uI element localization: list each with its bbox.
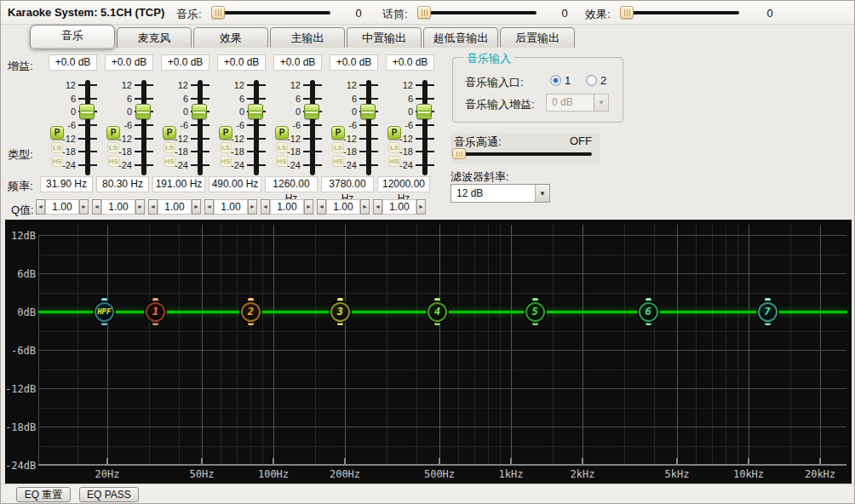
- channel-2-gain-display[interactable]: +0.0 dB: [105, 54, 153, 71]
- channel-4-p-button[interactable]: P: [219, 126, 232, 140]
- channel-1-q-decrease-button[interactable]: ◄: [36, 199, 45, 215]
- channel-1-hs-button[interactable]: HS: [51, 156, 63, 167]
- channel-4-fader-track[interactable]: [254, 80, 259, 175]
- channel-5-q-value[interactable]: 1.00: [270, 199, 304, 215]
- channel-2-ls-button[interactable]: LS: [107, 142, 119, 153]
- topbar-effect-slider[interactable]: [622, 11, 739, 14]
- channel-7-fader-thumb[interactable]: [416, 104, 432, 119]
- eq-point-4[interactable]: 4: [428, 302, 447, 322]
- channel-6-gain-display[interactable]: +0.0 dB: [330, 54, 378, 71]
- channel-7-gain-display[interactable]: +0.0 dB: [386, 54, 434, 71]
- topbar-mic-slider-thumb[interactable]: [417, 6, 431, 19]
- channel-5-fader-track[interactable]: [310, 80, 315, 175]
- eq-point-3[interactable]: 3: [330, 302, 350, 322]
- eq-point-5-lower-handle[interactable]: [532, 322, 538, 325]
- eq-point-4-lower-handle[interactable]: [434, 322, 440, 325]
- channel-3-fader-thumb[interactable]: [192, 104, 207, 119]
- tab-microphone[interactable]: 麦克风: [117, 27, 192, 48]
- channel-4-freq-display[interactable]: 490.00 Hz: [209, 176, 261, 192]
- eq-point-7-lower-handle[interactable]: [765, 322, 771, 325]
- channel-2-fader-track[interactable]: [141, 80, 146, 175]
- eq-point-2-lower-handle[interactable]: [248, 322, 254, 325]
- channel-5-freq-display[interactable]: 1260.00 Hz: [265, 176, 318, 192]
- eq-point-2[interactable]: 2: [241, 302, 261, 322]
- input-port-radio-2[interactable]: [586, 75, 597, 86]
- channel-6-q-increase-button[interactable]: ►: [360, 199, 370, 215]
- eq-point-6[interactable]: 6: [639, 302, 658, 322]
- input-gain-dropdown[interactable]: 0 dB ▼: [546, 94, 609, 112]
- channel-3-q-value[interactable]: 1.00: [158, 199, 192, 215]
- eq-point-7[interactable]: 7: [758, 302, 778, 322]
- eq-point-7-upper-handle[interactable]: [765, 298, 771, 301]
- eq-point-hpf[interactable]: HPF: [95, 302, 114, 322]
- channel-3-ls-button[interactable]: LS: [164, 142, 175, 153]
- channel-7-freq-display[interactable]: 12000.00 Hz: [377, 176, 430, 192]
- channel-6-q-value[interactable]: 1.00: [326, 199, 360, 215]
- tab-main-output[interactable]: 主输出: [270, 27, 345, 48]
- channel-6-fader-track[interactable]: [366, 80, 371, 175]
- channel-4-hs-button[interactable]: HS: [220, 156, 232, 167]
- tab-center-output[interactable]: 中置输出: [347, 27, 422, 48]
- channel-5-gain-display[interactable]: +0.0 dB: [273, 54, 322, 71]
- channel-1-q-value[interactable]: 1.00: [45, 199, 79, 215]
- eq-point-3-lower-handle[interactable]: [337, 322, 343, 325]
- topbar-mic-slider[interactable]: [419, 11, 537, 14]
- channel-2-hs-button[interactable]: HS: [107, 156, 119, 167]
- tab-effect[interactable]: 效果: [193, 27, 268, 48]
- channel-6-fader-thumb[interactable]: [360, 104, 376, 119]
- channel-4-q-value[interactable]: 1.00: [214, 199, 248, 215]
- channel-2-p-button[interactable]: P: [106, 126, 120, 140]
- channel-7-ls-button[interactable]: LS: [388, 142, 400, 153]
- channel-5-q-decrease-button[interactable]: ◄: [261, 199, 270, 215]
- channel-3-p-button[interactable]: P: [163, 126, 176, 140]
- channel-6-freq-display[interactable]: 3780.00 Hz: [321, 176, 374, 192]
- input-port-radio-1[interactable]: [550, 75, 561, 86]
- eq-point-4-upper-handle[interactable]: [434, 298, 440, 301]
- channel-3-q-increase-button[interactable]: ►: [192, 199, 201, 215]
- channel-4-q-decrease-button[interactable]: ◄: [204, 199, 214, 215]
- channel-5-ls-button[interactable]: LS: [276, 142, 288, 153]
- channel-6-hs-button[interactable]: HS: [332, 156, 344, 167]
- eq-point-5[interactable]: 5: [525, 302, 545, 322]
- channel-2-q-value[interactable]: 1.00: [101, 199, 135, 215]
- channel-1-q-increase-button[interactable]: ►: [79, 199, 89, 215]
- channel-5-q-increase-button[interactable]: ►: [304, 199, 313, 215]
- channel-1-gain-display[interactable]: +0.0 dB: [49, 54, 97, 71]
- eq-point-hpf-upper-handle[interactable]: [101, 298, 107, 301]
- channel-7-p-button[interactable]: P: [387, 126, 401, 140]
- channel-1-ls-button[interactable]: LS: [51, 142, 63, 153]
- channel-1-freq-display[interactable]: 31.90 Hz: [40, 176, 93, 192]
- channel-4-q-increase-button[interactable]: ►: [248, 199, 257, 215]
- topbar-effect-slider-thumb[interactable]: [620, 6, 634, 19]
- eq-graph[interactable]: 20Hz50Hz100Hz200Hz500Hz1kHz2kHz5kHz10kHz…: [5, 220, 852, 484]
- channel-7-q-increase-button[interactable]: ►: [416, 199, 426, 215]
- channel-5-fader-thumb[interactable]: [304, 104, 319, 119]
- channel-3-q-decrease-button[interactable]: ◄: [148, 199, 158, 215]
- channel-4-gain-display[interactable]: +0.0 dB: [217, 54, 266, 71]
- channel-1-p-button[interactable]: P: [50, 126, 64, 140]
- channel-3-fader-track[interactable]: [198, 80, 203, 175]
- eq-point-1[interactable]: 1: [146, 302, 165, 322]
- channel-2-freq-display[interactable]: 80.30 Hz: [96, 176, 149, 192]
- highpass-slider-thumb[interactable]: [452, 148, 466, 159]
- eq-point-6-lower-handle[interactable]: [646, 322, 651, 325]
- eq-point-1-upper-handle[interactable]: [152, 298, 158, 301]
- channel-4-fader-thumb[interactable]: [248, 104, 263, 119]
- channel-1-fader-track[interactable]: [85, 80, 90, 175]
- channel-3-freq-display[interactable]: 191.00 Hz: [152, 176, 205, 192]
- channel-7-q-decrease-button[interactable]: ◄: [373, 199, 382, 215]
- tab-subwoofer-output[interactable]: 超低音输出: [423, 27, 498, 48]
- channel-2-q-decrease-button[interactable]: ◄: [92, 199, 101, 215]
- eq-point-hpf-lower-handle[interactable]: [101, 322, 107, 325]
- eq-pass-button[interactable]: EQ PASS: [79, 487, 139, 502]
- eq-reset-button[interactable]: EQ 重置: [16, 487, 71, 502]
- tab-rear-output[interactable]: 后置输出: [500, 27, 575, 48]
- tab-music[interactable]: 音乐: [30, 25, 115, 49]
- eq-point-1-lower-handle[interactable]: [152, 322, 158, 325]
- channel-5-hs-button[interactable]: HS: [276, 156, 288, 167]
- channel-5-p-button[interactable]: P: [275, 126, 289, 140]
- eq-point-5-upper-handle[interactable]: [532, 298, 538, 301]
- topbar-music-slider[interactable]: [213, 11, 330, 14]
- channel-7-q-value[interactable]: 1.00: [382, 199, 416, 215]
- channel-2-q-increase-button[interactable]: ►: [135, 199, 145, 215]
